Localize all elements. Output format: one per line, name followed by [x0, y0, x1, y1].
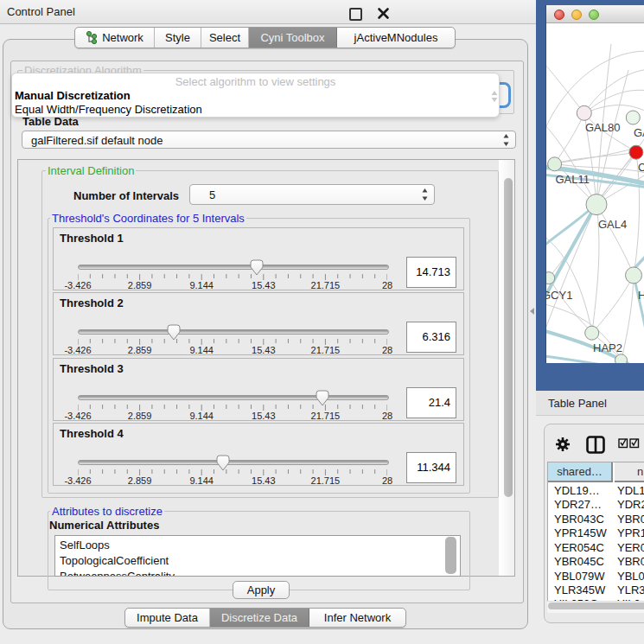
svg-text:CYC: CYC — [638, 161, 644, 174]
svg-text:GAL4: GAL4 — [598, 218, 627, 231]
svg-text:GAL1: GAL1 — [634, 126, 644, 139]
svg-text:GCY1: GCY1 — [546, 289, 572, 302]
svg-text:HIS: HIS — [638, 289, 644, 302]
svg-text:GAL11: GAL11 — [556, 173, 590, 186]
svg-text:GAL80: GAL80 — [585, 121, 620, 134]
svg-text:HAP2: HAP2 — [593, 341, 622, 354]
